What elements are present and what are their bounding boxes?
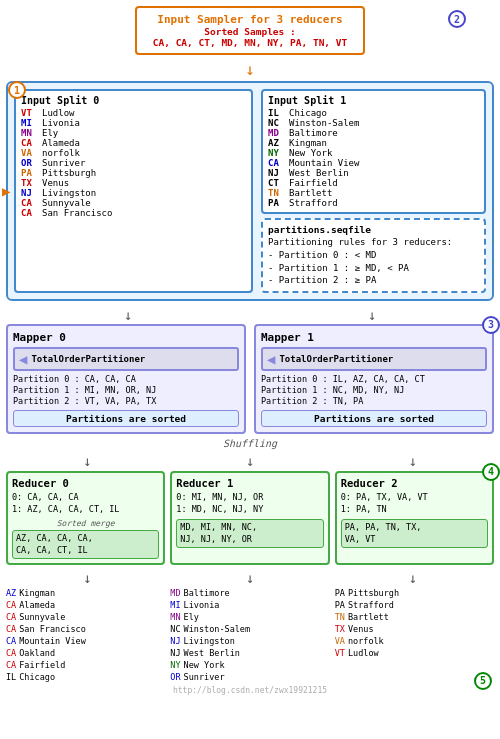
reducer0-title: Reducer 0: [12, 477, 159, 489]
partitions-description: Partitioning rules for 3 reducers:: [268, 237, 479, 247]
mapper-0: Mapper 0 ◀ TotalOrderPartitioner Partiti…: [6, 324, 246, 434]
mapper0-sorted: Partitions are sorted: [13, 410, 239, 427]
input-split-1: Input Split 1 ILChicago NCWinston-Salem …: [261, 89, 486, 214]
mapper0-title: Mapper 0: [13, 331, 239, 344]
partition-rule-0: - Partition 0 : < MD: [268, 249, 479, 262]
badge-1: 1: [8, 81, 26, 99]
shuffle-arrows: ↓↓↓: [6, 453, 494, 469]
reducer2-inputs: 0: PA, TX, VA, VT 1: PA, TN: [341, 492, 488, 516]
partitions-file-title: partitions.seqfile: [268, 224, 479, 235]
split1-entry-3: AZKingman: [268, 138, 479, 148]
split0-entry-2: MNEly: [21, 128, 246, 138]
split-arrow-indicator: ▶: [2, 183, 10, 199]
reducer-2: 4 Reducer 2 0: PA, TX, VA, VT 1: PA, TN …: [335, 471, 494, 566]
split1-entry-0: ILChicago: [268, 108, 479, 118]
split0-entry-1: MILivonia: [21, 118, 246, 128]
mapper1-partitioner: ◀ TotalOrderPartitioner: [261, 347, 487, 371]
split1-entry-7: CTFairfield: [268, 178, 479, 188]
sampler-down-arrow: ↓: [6, 60, 494, 79]
badge-4: 4: [482, 463, 500, 481]
reducer-1: Reducer 1 0: MI, MN, NJ, OR 1: MD, NC, N…: [170, 471, 329, 566]
split1-entry-5: CAMountain View: [268, 158, 479, 168]
split0-entry-8: NJLivingston: [21, 188, 246, 198]
split1-entry-4: NYNew York: [268, 148, 479, 158]
mapper1-title: Mapper 1: [261, 331, 487, 344]
reducer1-output: MD, MI, MN, NC, NJ, NJ, NY, OR: [176, 519, 323, 549]
split0-entry-7: TXVenus: [21, 178, 246, 188]
reducers-section: Reducer 0 0: CA, CA, CA 1: AZ, CA, CA, C…: [6, 471, 494, 566]
watermark: http://blog.csdn.net/zwx19921215: [6, 686, 494, 695]
mapper1-sorted: Partitions are sorted: [261, 410, 487, 427]
output-col-0: AZKingman CAAlameda CASunnyvale CASan Fr…: [6, 588, 165, 683]
output-arrows: ↓↓↓: [6, 570, 494, 586]
reducer0-sorted-merge: Sorted merge: [12, 519, 159, 528]
split1-title: Input Split 1: [268, 95, 479, 106]
input-sampler-box: Input Sampler for 3 reducers Sorted Samp…: [135, 6, 365, 55]
reducer1-title: Reducer 1: [176, 477, 323, 489]
reducer1-inputs: 0: MI, MN, NJ, OR 1: MD, NC, NJ, NY: [176, 492, 323, 516]
output-col-2: PAPittsburgh PAStrafford TNBartlett TXVe…: [335, 588, 494, 683]
split0-entry-4: VAnorfolk: [21, 148, 246, 158]
reducer0-inputs: 0: CA, CA, CA 1: AZ, CA, CA, CT, IL: [12, 492, 159, 516]
mapper0-partitions: Partition 0 : CA, CA, CA Partition 1 : M…: [13, 374, 239, 407]
output-section: AZKingman CAAlameda CASunnyvale CASan Fr…: [6, 588, 494, 683]
badge-5: 5: [474, 672, 492, 690]
split0-entry-0: VTLudlow: [21, 108, 246, 118]
split0-title: Input Split 0: [21, 95, 246, 106]
split0-entry-6: PAPittsburgh: [21, 168, 246, 178]
badge-3: 3: [482, 316, 500, 334]
mapper-1: 3 Mapper 1 ◀ TotalOrderPartitioner Parti…: [254, 324, 494, 434]
split0-entry-10: CASan Francisco: [21, 208, 246, 218]
partitions-seqfile-box: partitions.seqfile Partitioning rules fo…: [261, 218, 486, 293]
split0-entry-5: ORSunriver: [21, 158, 246, 168]
mappers-section: Mapper 0 ◀ TotalOrderPartitioner Partiti…: [6, 324, 494, 434]
output-col-1: MDBaltimore MILivonia MNEly NCWinston-Sa…: [170, 588, 329, 683]
split0-entry-3: CAAlameda: [21, 138, 246, 148]
badge-2: 2: [448, 10, 466, 28]
split1-entry-6: NJWest Berlin: [268, 168, 479, 178]
partition-rule-2: - Partition 2 : ≥ PA: [268, 274, 479, 287]
hdfs-container: HDFS 1 ▶ Input Split 0 VTLudlow MILivoni…: [6, 81, 494, 301]
reducer0-output: AZ, CA, CA, CA, CA, CA, CT, IL: [12, 530, 159, 560]
hdfs-to-mapper-arrows: ↓ ↓: [6, 307, 494, 323]
shuffling-label: Shuffling: [6, 438, 494, 449]
mapper0-partitioner: ◀ TotalOrderPartitioner: [13, 347, 239, 371]
sampler-samples: Sorted Samples : CA, CA, CT, MD, MN, NY,…: [145, 26, 355, 48]
split1-entry-2: MDBaltimore: [268, 128, 479, 138]
split1-entry-1: NCWinston-Salem: [268, 118, 479, 128]
reducer2-title: Reducer 2: [341, 477, 488, 489]
partition-rule-1: - Partition 1 : ≥ MD, < PA: [268, 262, 479, 275]
mapper1-partitions: Partition 0 : IL, AZ, CA, CA, CT Partiti…: [261, 374, 487, 407]
split0-entry-9: CASunnyvale: [21, 198, 246, 208]
reducer-0: Reducer 0 0: CA, CA, CA 1: AZ, CA, CA, C…: [6, 471, 165, 566]
split1-entry-8: TNBartlett: [268, 188, 479, 198]
sampler-title: Input Sampler for 3 reducers: [145, 13, 355, 26]
reducer2-output: PA, PA, TN, TX, VA, VT: [341, 519, 488, 549]
input-split-0: 1 ▶ Input Split 0 VTLudlow MILivonia MNE…: [14, 89, 253, 293]
split1-entry-9: PAStrafford: [268, 198, 479, 208]
